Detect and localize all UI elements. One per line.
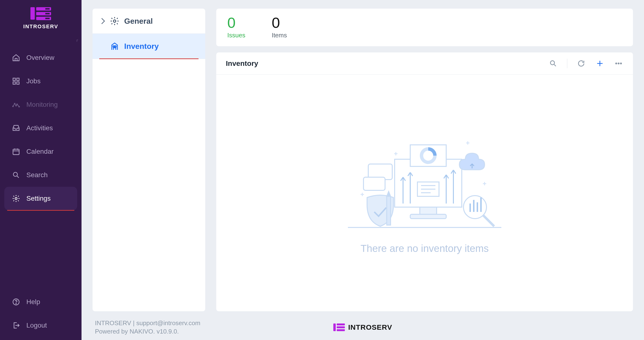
- svg-point-6: [16, 105, 16, 106]
- chevron-right-icon: [99, 18, 105, 24]
- tree-item-general[interactable]: General: [92, 9, 205, 34]
- svg-point-11: [15, 197, 17, 200]
- sidebar-item-label: Overview: [26, 54, 54, 62]
- collapse-sidebar-icon[interactable]: ┌: [76, 38, 78, 42]
- svg-point-7: [17, 104, 18, 105]
- sidebar-item-logout[interactable]: Logout: [0, 314, 82, 337]
- sidebar-item-label: Settings: [26, 195, 50, 202]
- settings-tree-panel: General Inventory: [92, 9, 205, 311]
- empty-state-message: There are no inventory items: [360, 243, 489, 254]
- stats-card: 0 Issues 0 Items: [216, 9, 633, 46]
- svg-point-19: [618, 63, 619, 64]
- sidebar-item-activities[interactable]: Activities: [0, 116, 82, 140]
- stat-issues-label: Issues: [227, 32, 245, 39]
- search-button[interactable]: [548, 59, 558, 68]
- sidebar-item-calendar[interactable]: Calendar: [0, 140, 82, 163]
- brand-mark-icon: [30, 7, 51, 20]
- empty-state-illustration-icon: [341, 132, 508, 232]
- brand-name: INTROSERV: [23, 23, 58, 30]
- sidebar-item-monitoring[interactable]: Monitoring: [0, 93, 82, 116]
- brand-mark-icon: [333, 324, 345, 331]
- sidebar-item-settings[interactable]: Settings: [4, 187, 77, 210]
- svg-line-39: [483, 215, 494, 226]
- svg-point-8: [19, 106, 20, 107]
- help-icon: [12, 297, 20, 307]
- refresh-icon: [577, 59, 585, 67]
- footer-brand: INTROSERV: [333, 323, 392, 331]
- building-icon: [110, 41, 120, 51]
- sidebar-item-label: Activities: [26, 124, 53, 132]
- grid-icon: [12, 77, 20, 86]
- svg-rect-24: [410, 214, 446, 219]
- sidebar-item-search[interactable]: Search: [0, 163, 82, 187]
- inventory-title: Inventory: [226, 59, 258, 67]
- svg-point-10: [14, 172, 18, 176]
- svg-rect-15: [113, 46, 114, 47]
- inventory-toolbar: [548, 59, 624, 68]
- search-icon: [549, 59, 557, 67]
- stat-issues: 0 Issues: [227, 15, 245, 39]
- toolbar-separator: [567, 59, 567, 68]
- sidebar-item-label: Logout: [26, 322, 47, 329]
- more-horizontal-icon: [614, 59, 623, 67]
- svg-rect-16: [115, 46, 116, 47]
- calendar-icon: [12, 147, 20, 156]
- search-icon: [12, 170, 20, 179]
- svg-rect-23: [420, 207, 436, 214]
- svg-rect-3: [17, 82, 19, 84]
- sidebar-item-label: Jobs: [26, 77, 40, 85]
- inventory-body: There are no inventory items: [216, 75, 633, 311]
- svg-rect-2: [13, 82, 15, 84]
- sidebar-item-overview[interactable]: Overview: [0, 46, 82, 69]
- stat-items-label: Items: [272, 32, 287, 39]
- sidebar: INTROSERV ┌ Overview Jobs Monitoring Act: [0, 0, 82, 340]
- svg-point-14: [114, 20, 116, 22]
- svg-point-20: [620, 63, 622, 64]
- sidebar-item-label: Monitoring: [26, 101, 58, 108]
- inbox-icon: [12, 124, 20, 133]
- activity-icon: [12, 100, 20, 109]
- main-content: General Inventory 0 Issues 0 Items: [82, 0, 644, 340]
- brand-logo[interactable]: INTROSERV: [0, 0, 82, 34]
- tree-item-label: General: [124, 17, 153, 26]
- svg-point-34: [464, 196, 486, 219]
- svg-point-18: [616, 63, 617, 64]
- refresh-button[interactable]: [576, 59, 586, 68]
- gear-icon: [12, 194, 20, 203]
- stat-items: 0 Items: [272, 15, 287, 39]
- sidebar-item-label: Search: [26, 171, 48, 179]
- inventory-header: Inventory: [216, 52, 633, 75]
- sidebar-item-help[interactable]: Help: [0, 290, 82, 314]
- gear-icon: [110, 16, 120, 26]
- sidebar-item-jobs[interactable]: Jobs: [0, 69, 82, 93]
- tree-item-inventory[interactable]: Inventory: [92, 34, 205, 59]
- svg-rect-9: [13, 149, 19, 155]
- footer-line-2: Powered by NAKIVO. v10.9.0.: [95, 328, 200, 335]
- svg-rect-32: [364, 177, 385, 190]
- svg-rect-33: [387, 196, 390, 225]
- svg-point-5: [14, 103, 15, 104]
- sidebar-item-label: Calendar: [26, 148, 54, 155]
- footer: INTROSERV | support@introserv.com Powere…: [92, 311, 633, 340]
- logout-icon: [12, 321, 20, 330]
- stat-issues-value: 0: [227, 15, 245, 30]
- svg-rect-0: [13, 78, 15, 80]
- svg-point-4: [13, 106, 14, 107]
- stat-items-value: 0: [272, 15, 287, 30]
- add-button[interactable]: [595, 59, 605, 68]
- footer-brand-name: INTROSERV: [348, 323, 392, 331]
- plus-icon: [596, 59, 604, 67]
- svg-point-13: [16, 303, 16, 304]
- inventory-card: Inventory: [216, 52, 633, 311]
- sidebar-nav: Overview Jobs Monitoring Activities Cale…: [0, 34, 82, 340]
- more-button[interactable]: [614, 59, 624, 68]
- sidebar-item-label: Help: [26, 298, 40, 306]
- svg-point-17: [550, 61, 554, 65]
- svg-rect-1: [17, 78, 19, 80]
- home-icon: [12, 53, 20, 62]
- footer-line-1: INTROSERV | support@introserv.com: [95, 320, 200, 327]
- tree-item-label: Inventory: [124, 42, 159, 51]
